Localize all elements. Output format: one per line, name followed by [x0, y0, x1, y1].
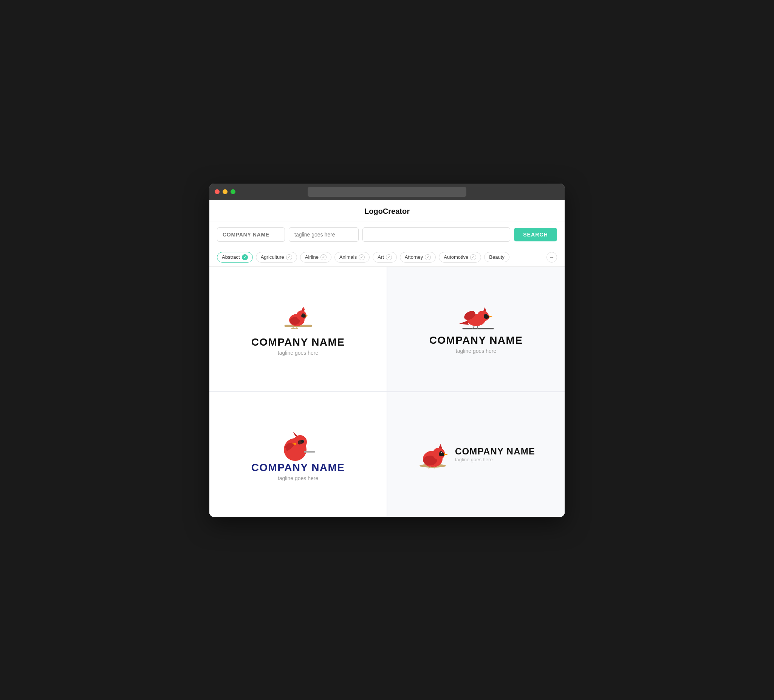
svg-marker-23 [459, 321, 469, 325]
agriculture-label: Agriculture [261, 254, 284, 260]
search-bar: SEARCH [209, 221, 565, 248]
automotive-check-icon: ✓ [470, 254, 476, 260]
filter-chip-agriculture[interactable]: Agriculture ✓ [256, 252, 297, 262]
maximize-button[interactable] [230, 189, 235, 194]
svg-marker-18 [483, 307, 486, 312]
cardinal-modern-icon [279, 428, 317, 462]
logo3-company-name: COMPANY NAME [251, 462, 345, 474]
logo4-tagline: tagline goes here [455, 457, 535, 462]
filter-chip-animals[interactable]: Animals ✓ [334, 252, 370, 262]
filter-chip-automotive[interactable]: Automotive ✓ [439, 252, 481, 262]
app-title: LogoCreator [364, 207, 410, 215]
logo4-text-block: COMPANY NAME tagline goes here [455, 446, 535, 462]
airline-label: Airline [305, 254, 319, 260]
logo4-layout: COMPANY NAME tagline goes here [417, 440, 535, 469]
svg-rect-33 [304, 451, 315, 452]
logo-card-1[interactable]: COMPANY NAME tagline goes here [209, 267, 387, 391]
logo1-company-name: COMPANY NAME [251, 336, 345, 348]
titlebar [209, 183, 565, 200]
art-label: Art [377, 254, 384, 260]
svg-point-30 [301, 440, 304, 443]
automotive-label: Automotive [444, 254, 468, 260]
attorney-check-icon: ✓ [425, 254, 431, 260]
tagline-input[interactable] [289, 228, 359, 242]
abstract-label: Abstract [222, 254, 240, 260]
search-button[interactable]: SEARCH [514, 228, 557, 241]
logo-card-3[interactable]: COMPANY NAME tagline goes here [209, 392, 387, 517]
app-content: LogoCreator SEARCH Abstract ✓ Agricultur… [209, 200, 565, 517]
filter-chip-abstract[interactable]: Abstract ✓ [217, 252, 253, 262]
svg-point-8 [301, 314, 306, 318]
logo-card-2[interactable]: COMPANY NAME tagline goes here [387, 267, 565, 391]
filter-chip-attorney[interactable]: Attorney ✓ [400, 252, 436, 262]
svg-point-31 [303, 441, 303, 441]
logo2-layout: COMPANY NAME tagline goes here [429, 304, 523, 354]
cardinal-branch-icon [281, 302, 315, 332]
logo1-tagline: tagline goes here [278, 350, 318, 356]
filter-chip-beauty[interactable]: Beauty [484, 252, 509, 262]
logo2-company-name: COMPANY NAME [429, 334, 523, 347]
svg-marker-9 [305, 315, 308, 317]
logo4-company-name: COMPANY NAME [455, 446, 535, 457]
svg-marker-22 [489, 315, 493, 318]
animals-label: Animals [339, 254, 357, 260]
filter-next-button[interactable]: → [546, 252, 557, 262]
svg-point-41 [439, 452, 445, 456]
animals-check-icon: ✓ [359, 254, 365, 260]
minimize-button[interactable] [223, 189, 228, 194]
logo3-layout: COMPANY NAME tagline goes here [251, 428, 345, 481]
svg-marker-29 [293, 431, 298, 437]
app-header: LogoCreator [209, 200, 565, 221]
svg-marker-42 [444, 453, 448, 456]
attorney-label: Attorney [405, 254, 423, 260]
filter-chip-art[interactable]: Art ✓ [373, 252, 397, 262]
filter-chip-airline[interactable]: Airline ✓ [300, 252, 331, 262]
cardinal-round-icon [417, 440, 449, 469]
keyword-input[interactable] [362, 228, 510, 242]
logo-card-4[interactable]: COMPANY NAME tagline goes here [387, 392, 565, 517]
logo2-tagline: tagline goes here [456, 348, 496, 354]
abstract-check-icon: ✓ [242, 254, 248, 260]
svg-point-21 [484, 315, 489, 319]
airline-check-icon: ✓ [321, 254, 326, 260]
cardinal-flying-icon [455, 304, 497, 334]
agriculture-check-icon: ✓ [286, 254, 292, 260]
beauty-label: Beauty [489, 254, 504, 260]
close-button[interactable] [215, 189, 220, 194]
company-name-input[interactable] [217, 228, 285, 242]
app-window: LogoCreator SEARCH Abstract ✓ Agricultur… [209, 183, 565, 517]
logo3-tagline: tagline goes here [278, 475, 318, 481]
art-check-icon: ✓ [386, 254, 392, 260]
filter-bar: Abstract ✓ Agriculture ✓ Airline ✓ Anima… [209, 248, 565, 267]
logo-grid: COMPANY NAME tagline goes here [209, 267, 565, 517]
logo1-layout: COMPANY NAME tagline goes here [251, 302, 345, 356]
address-bar [308, 187, 466, 197]
